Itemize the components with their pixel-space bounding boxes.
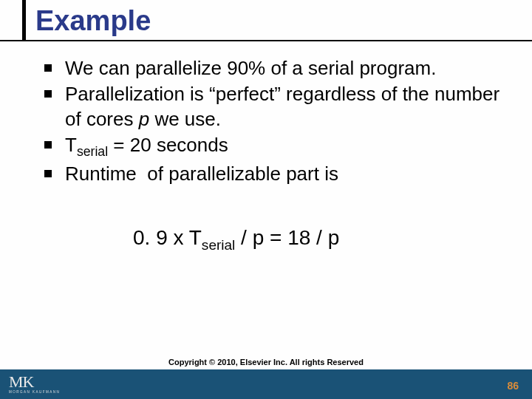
bullet-text: Parallelization is “perfect” regardless … <box>65 82 519 132</box>
square-bullet-icon <box>44 90 52 98</box>
list-item: Parallelization is “perfect” regardless … <box>44 82 519 132</box>
list-item: Tserial = 20 seconds <box>44 133 519 160</box>
title-area: Example <box>0 0 532 37</box>
equation: 0. 9 x Tserial / p = 18 / p <box>44 226 519 253</box>
title-underline <box>0 40 532 41</box>
footer-bar: MK MORGAN KAUFMANN 86 <box>0 369 532 399</box>
slide-title: Example <box>0 3 532 37</box>
page-number: 86 <box>507 380 519 392</box>
content-area: We can parallelize 90% of a serial progr… <box>0 37 532 253</box>
logo-main: MK <box>9 375 33 389</box>
bullet-text: Tserial = 20 seconds <box>65 133 228 160</box>
logo-sub: MORGAN KAUFMANN <box>9 390 60 394</box>
square-bullet-icon <box>44 64 52 72</box>
list-item: We can parallelize 90% of a serial progr… <box>44 56 519 81</box>
publisher-logo: MK MORGAN KAUFMANN <box>9 375 60 394</box>
list-item: Runtime of parallelizable part is <box>44 162 519 186</box>
title-ornament-vertical <box>22 0 26 41</box>
bullet-text: We can parallelize 90% of a serial progr… <box>65 56 436 81</box>
bullet-text: Runtime of parallelizable part is <box>65 162 338 186</box>
square-bullet-icon <box>44 170 52 177</box>
square-bullet-icon <box>44 141 52 149</box>
copyright-text: Copyright © 2010, Elsevier Inc. All righ… <box>168 358 364 366</box>
copyright-wrap: Copyright © 2010, Elsevier Inc. All righ… <box>0 355 532 368</box>
